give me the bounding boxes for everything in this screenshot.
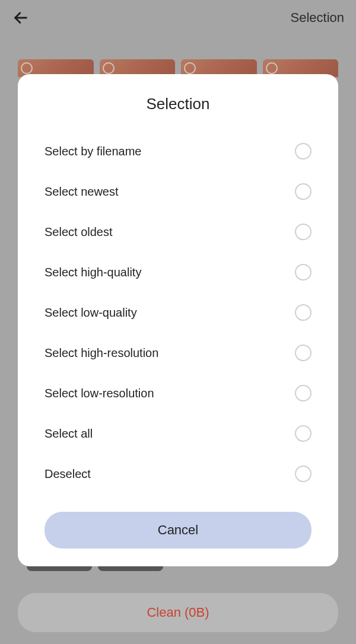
radio-icon: [295, 466, 312, 482]
option-select-newest[interactable]: Select newest: [18, 171, 338, 212]
option-select-by-filename[interactable]: Select by filename: [18, 131, 338, 171]
radio-icon: [295, 224, 312, 240]
option-label: Deselect: [44, 467, 91, 481]
clean-button[interactable]: Clean (0B): [18, 593, 338, 632]
option-select-low-resolution[interactable]: Select low-resolution: [18, 373, 338, 413]
option-select-high-resolution[interactable]: Select high-resolution: [18, 333, 338, 373]
option-label: Select low-resolution: [44, 387, 154, 400]
option-label: Select by filename: [44, 145, 141, 158]
option-label: Select low-quality: [44, 306, 137, 320]
option-label: Select newest: [44, 185, 119, 199]
radio-icon: [295, 385, 312, 401]
option-select-high-quality[interactable]: Select high-quality: [18, 252, 338, 292]
radio-icon: [295, 304, 312, 321]
cancel-button[interactable]: Cancel: [44, 512, 312, 549]
radio-icon: [295, 345, 312, 361]
option-select-all[interactable]: Select all: [18, 413, 338, 454]
selection-modal: Selection Select by filename Select newe…: [18, 74, 338, 566]
radio-icon: [295, 264, 312, 280]
radio-icon: [295, 183, 312, 200]
option-deselect[interactable]: Deselect: [18, 454, 338, 494]
option-select-oldest[interactable]: Select oldest: [18, 212, 338, 252]
option-label: Select all: [44, 427, 93, 441]
radio-icon: [295, 425, 312, 442]
radio-icon: [295, 143, 312, 160]
modal-title: Selection: [18, 95, 338, 113]
option-label: Select high-quality: [44, 266, 141, 279]
option-select-low-quality[interactable]: Select low-quality: [18, 292, 338, 333]
option-label: Select high-resolution: [44, 346, 158, 360]
option-label: Select oldest: [44, 225, 113, 239]
